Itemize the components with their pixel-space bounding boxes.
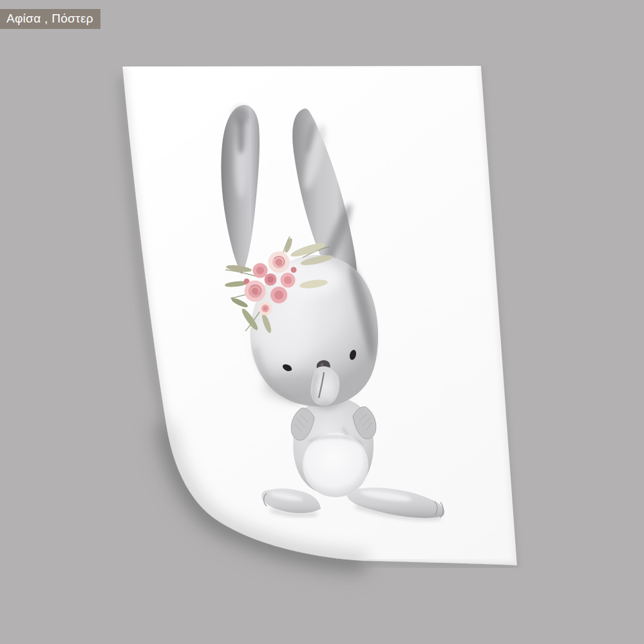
product-image: Αφίσα , Πόστερ xyxy=(0,0,644,644)
category-label: Αφίσα , Πόστερ xyxy=(0,9,100,29)
poster-mockup xyxy=(0,0,644,644)
